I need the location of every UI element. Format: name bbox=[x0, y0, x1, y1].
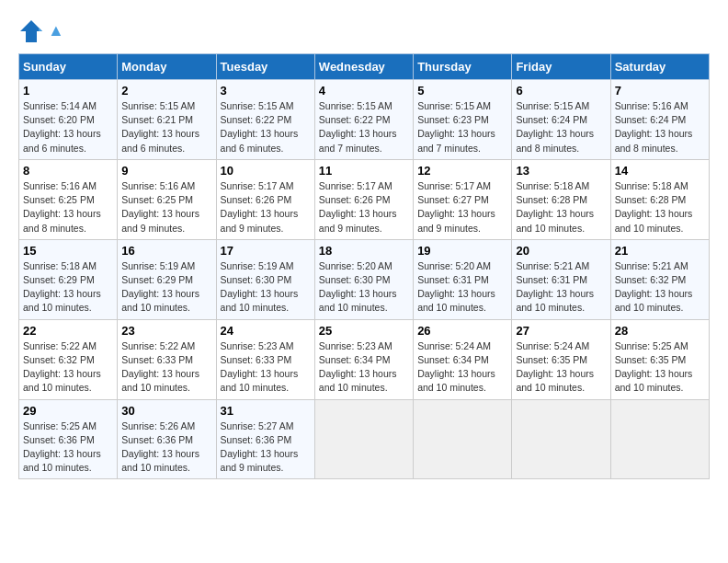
weekday-header-thursday: Thursday bbox=[414, 54, 512, 80]
calendar-cell: 12Sunrise: 5:17 AMSunset: 6:27 PMDayligh… bbox=[414, 159, 512, 239]
day-detail: Sunrise: 5:22 AMSunset: 6:32 PMDaylight:… bbox=[23, 340, 101, 394]
calendar-cell: 23Sunrise: 5:22 AMSunset: 6:33 PMDayligh… bbox=[118, 319, 216, 399]
day-detail: Sunrise: 5:15 AMSunset: 6:22 PMDaylight:… bbox=[221, 100, 299, 154]
day-detail: Sunrise: 5:25 AMSunset: 6:36 PMDaylight:… bbox=[23, 420, 101, 474]
calendar-cell: 25Sunrise: 5:23 AMSunset: 6:34 PMDayligh… bbox=[314, 319, 413, 399]
day-detail: Sunrise: 5:17 AMSunset: 6:26 PMDaylight:… bbox=[319, 180, 397, 234]
calendar-cell: 22Sunrise: 5:22 AMSunset: 6:32 PMDayligh… bbox=[19, 319, 118, 399]
calendar-cell: 21Sunrise: 5:21 AMSunset: 6:32 PMDayligh… bbox=[610, 239, 709, 319]
day-number: 13 bbox=[516, 164, 606, 178]
calendar-cell: 19Sunrise: 5:20 AMSunset: 6:31 PMDayligh… bbox=[414, 239, 512, 319]
calendar-cell: 10Sunrise: 5:17 AMSunset: 6:26 PMDayligh… bbox=[216, 159, 314, 239]
day-detail: Sunrise: 5:21 AMSunset: 6:31 PMDaylight:… bbox=[516, 260, 594, 314]
day-detail: Sunrise: 5:15 AMSunset: 6:22 PMDaylight:… bbox=[319, 100, 397, 154]
calendar-cell: 20Sunrise: 5:21 AMSunset: 6:31 PMDayligh… bbox=[512, 239, 610, 319]
day-detail: Sunrise: 5:23 AMSunset: 6:33 PMDaylight:… bbox=[221, 340, 299, 394]
calendar-cell bbox=[610, 399, 709, 479]
day-detail: Sunrise: 5:20 AMSunset: 6:31 PMDaylight:… bbox=[417, 260, 495, 314]
day-number: 31 bbox=[221, 404, 311, 418]
day-detail: Sunrise: 5:20 AMSunset: 6:30 PMDaylight:… bbox=[319, 260, 397, 314]
calendar-cell: 2Sunrise: 5:15 AMSunset: 6:21 PMDaylight… bbox=[118, 80, 216, 160]
calendar-week-row: 22Sunrise: 5:22 AMSunset: 6:32 PMDayligh… bbox=[19, 319, 710, 399]
calendar-cell: 31Sunrise: 5:27 AMSunset: 6:36 PMDayligh… bbox=[216, 399, 314, 479]
calendar-cell: 26Sunrise: 5:24 AMSunset: 6:34 PMDayligh… bbox=[414, 319, 512, 399]
calendar-cell: 17Sunrise: 5:19 AMSunset: 6:30 PMDayligh… bbox=[216, 239, 314, 319]
day-number: 8 bbox=[23, 164, 113, 178]
weekday-header-tuesday: Tuesday bbox=[216, 54, 314, 80]
day-detail: Sunrise: 5:25 AMSunset: 6:35 PMDaylight:… bbox=[615, 340, 693, 394]
day-detail: Sunrise: 5:15 AMSunset: 6:21 PMDaylight:… bbox=[121, 100, 199, 154]
calendar-cell: 7Sunrise: 5:16 AMSunset: 6:24 PMDaylight… bbox=[610, 80, 709, 160]
day-number: 4 bbox=[319, 84, 409, 98]
day-detail: Sunrise: 5:18 AMSunset: 6:29 PMDaylight:… bbox=[23, 260, 101, 314]
calendar-cell: 13Sunrise: 5:18 AMSunset: 6:28 PMDayligh… bbox=[512, 159, 610, 239]
day-number: 29 bbox=[23, 404, 113, 418]
day-detail: Sunrise: 5:17 AMSunset: 6:26 PMDaylight:… bbox=[221, 180, 299, 234]
calendar-cell: 28Sunrise: 5:25 AMSunset: 6:35 PMDayligh… bbox=[610, 319, 709, 399]
weekday-header-sunday: Sunday bbox=[19, 54, 118, 80]
day-number: 28 bbox=[615, 324, 705, 338]
calendar-cell bbox=[512, 399, 610, 479]
day-detail: Sunrise: 5:19 AMSunset: 6:29 PMDaylight:… bbox=[121, 260, 199, 314]
day-number: 19 bbox=[417, 244, 507, 258]
day-detail: Sunrise: 5:21 AMSunset: 6:32 PMDaylight:… bbox=[615, 260, 693, 314]
calendar-cell: 29Sunrise: 5:25 AMSunset: 6:36 PMDayligh… bbox=[19, 399, 118, 479]
calendar-cell: 24Sunrise: 5:23 AMSunset: 6:33 PMDayligh… bbox=[216, 319, 314, 399]
day-detail: Sunrise: 5:16 AMSunset: 6:24 PMDaylight:… bbox=[615, 100, 693, 154]
calendar-cell bbox=[414, 399, 512, 479]
day-number: 3 bbox=[221, 84, 311, 98]
day-detail: Sunrise: 5:23 AMSunset: 6:34 PMDaylight:… bbox=[319, 340, 397, 394]
calendar-week-row: 29Sunrise: 5:25 AMSunset: 6:36 PMDayligh… bbox=[19, 399, 710, 479]
logo: ▲ bbox=[18, 18, 64, 44]
calendar-cell: 15Sunrise: 5:18 AMSunset: 6:29 PMDayligh… bbox=[19, 239, 118, 319]
calendar-week-row: 15Sunrise: 5:18 AMSunset: 6:29 PMDayligh… bbox=[19, 239, 710, 319]
calendar-cell: 9Sunrise: 5:16 AMSunset: 6:25 PMDaylight… bbox=[118, 159, 216, 239]
day-number: 10 bbox=[221, 164, 311, 178]
day-number: 23 bbox=[121, 324, 211, 338]
calendar-week-row: 8Sunrise: 5:16 AMSunset: 6:25 PMDaylight… bbox=[19, 159, 710, 239]
calendar-cell: 11Sunrise: 5:17 AMSunset: 6:26 PMDayligh… bbox=[314, 159, 413, 239]
day-detail: Sunrise: 5:16 AMSunset: 6:25 PMDaylight:… bbox=[121, 180, 199, 234]
calendar-cell: 18Sunrise: 5:20 AMSunset: 6:30 PMDayligh… bbox=[314, 239, 413, 319]
weekday-row: SundayMondayTuesdayWednesdayThursdayFrid… bbox=[19, 54, 710, 80]
day-number: 30 bbox=[121, 404, 211, 418]
weekday-header-wednesday: Wednesday bbox=[314, 54, 413, 80]
day-number: 27 bbox=[516, 324, 606, 338]
day-number: 7 bbox=[615, 84, 705, 98]
calendar-cell bbox=[314, 399, 413, 479]
day-detail: Sunrise: 5:24 AMSunset: 6:35 PMDaylight:… bbox=[516, 340, 594, 394]
day-number: 26 bbox=[417, 324, 507, 338]
day-detail: Sunrise: 5:15 AMSunset: 6:23 PMDaylight:… bbox=[417, 100, 495, 154]
day-detail: Sunrise: 5:24 AMSunset: 6:34 PMDaylight:… bbox=[417, 340, 495, 394]
day-detail: Sunrise: 5:17 AMSunset: 6:27 PMDaylight:… bbox=[417, 180, 495, 234]
day-detail: Sunrise: 5:22 AMSunset: 6:33 PMDaylight:… bbox=[121, 340, 199, 394]
calendar-cell: 1Sunrise: 5:14 AMSunset: 6:20 PMDaylight… bbox=[19, 80, 118, 160]
day-number: 6 bbox=[516, 84, 606, 98]
day-number: 11 bbox=[319, 164, 409, 178]
calendar-cell: 5Sunrise: 5:15 AMSunset: 6:23 PMDaylight… bbox=[414, 80, 512, 160]
day-number: 21 bbox=[615, 244, 705, 258]
day-detail: Sunrise: 5:14 AMSunset: 6:20 PMDaylight:… bbox=[23, 100, 101, 154]
day-detail: Sunrise: 5:27 AMSunset: 6:36 PMDaylight:… bbox=[221, 420, 299, 474]
day-detail: Sunrise: 5:18 AMSunset: 6:28 PMDaylight:… bbox=[516, 180, 594, 234]
page-header: ▲ bbox=[18, 18, 710, 44]
calendar-cell: 6Sunrise: 5:15 AMSunset: 6:24 PMDaylight… bbox=[512, 80, 610, 160]
day-detail: Sunrise: 5:15 AMSunset: 6:24 PMDaylight:… bbox=[516, 100, 594, 154]
calendar-week-row: 1Sunrise: 5:14 AMSunset: 6:20 PMDaylight… bbox=[19, 80, 710, 160]
calendar-cell: 27Sunrise: 5:24 AMSunset: 6:35 PMDayligh… bbox=[512, 319, 610, 399]
day-number: 5 bbox=[417, 84, 507, 98]
day-detail: Sunrise: 5:18 AMSunset: 6:28 PMDaylight:… bbox=[615, 180, 693, 234]
day-number: 15 bbox=[23, 244, 113, 258]
calendar-cell: 16Sunrise: 5:19 AMSunset: 6:29 PMDayligh… bbox=[118, 239, 216, 319]
day-number: 20 bbox=[516, 244, 606, 258]
day-number: 12 bbox=[417, 164, 507, 178]
day-number: 22 bbox=[23, 324, 113, 338]
day-number: 25 bbox=[319, 324, 409, 338]
calendar-cell: 4Sunrise: 5:15 AMSunset: 6:22 PMDaylight… bbox=[314, 80, 413, 160]
day-number: 1 bbox=[23, 84, 113, 98]
day-number: 14 bbox=[615, 164, 705, 178]
day-number: 2 bbox=[121, 84, 211, 98]
calendar-cell: 3Sunrise: 5:15 AMSunset: 6:22 PMDaylight… bbox=[216, 80, 314, 160]
calendar-cell: 8Sunrise: 5:16 AMSunset: 6:25 PMDaylight… bbox=[19, 159, 118, 239]
day-number: 9 bbox=[121, 164, 211, 178]
